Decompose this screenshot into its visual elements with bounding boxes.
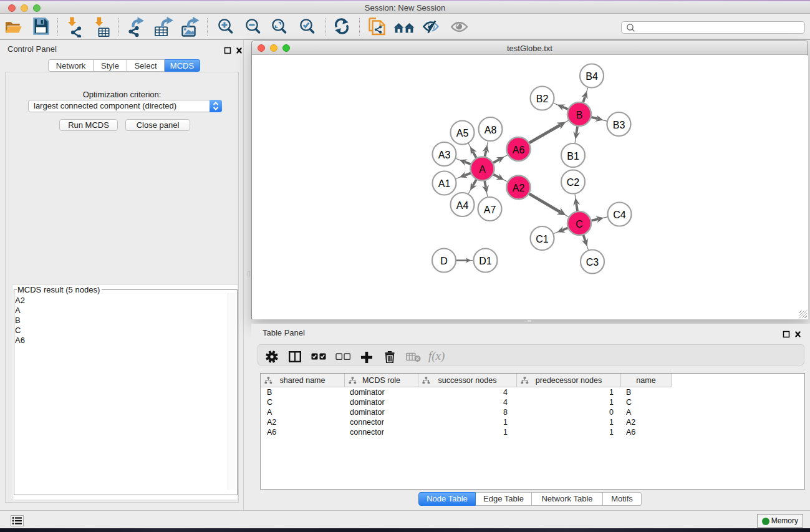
svg-text:A5: A5 — [456, 128, 469, 138]
svg-text:C1: C1 — [536, 234, 549, 244]
svg-text:B: B — [576, 110, 583, 120]
svg-text:A8: A8 — [485, 125, 497, 135]
svg-text:B2: B2 — [536, 94, 549, 104]
svg-text:A6: A6 — [513, 145, 525, 155]
svg-text:B4: B4 — [586, 71, 598, 82]
svg-text:A2: A2 — [513, 183, 525, 193]
svg-text:A1: A1 — [438, 178, 451, 189]
svg-text:D1: D1 — [479, 256, 492, 266]
svg-text:B3: B3 — [613, 120, 625, 130]
svg-text:C3: C3 — [586, 257, 599, 268]
svg-text:C: C — [576, 219, 583, 230]
svg-text:D: D — [440, 256, 448, 266]
svg-text:C2: C2 — [567, 177, 580, 188]
svg-text:A7: A7 — [484, 205, 496, 215]
svg-text:A4: A4 — [456, 200, 469, 211]
svg-text:B1: B1 — [567, 151, 579, 162]
svg-text:C4: C4 — [613, 210, 626, 220]
svg-text:A3: A3 — [438, 150, 451, 160]
svg-text:A: A — [479, 164, 486, 175]
